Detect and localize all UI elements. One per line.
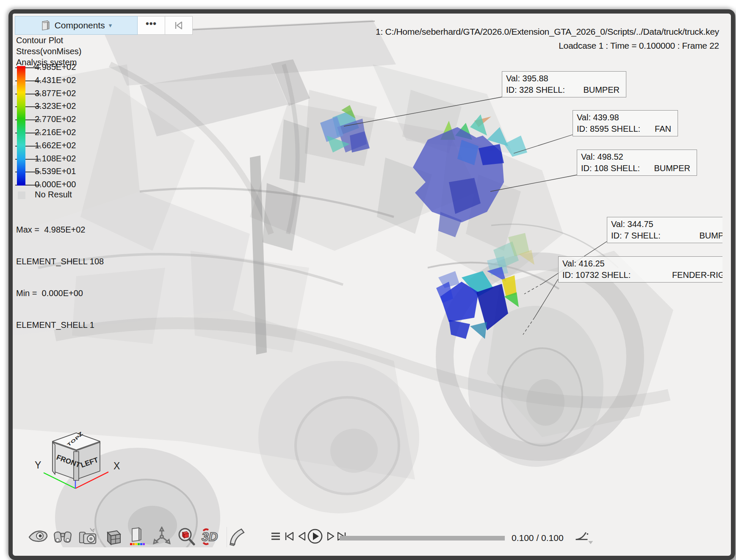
max-value: Max = 4.985E+02 xyxy=(16,225,104,235)
contour-subtitle: Stress(vonMises) xyxy=(16,46,81,57)
loadcase-info: Loadcase 1 : Time = 0.100000 : Frame 22 xyxy=(376,39,719,53)
probe-annotation-bumper-328[interactable]: Val: 395.88 ID: 328 SHELL:BUMPER xyxy=(502,71,626,97)
contour-panel-icon xyxy=(127,526,146,546)
toolbar-separator xyxy=(100,527,100,547)
dropdown-arrow-icon xyxy=(588,541,593,544)
3d-view-button[interactable]: 3D xyxy=(201,526,221,546)
top-toolbar: Components ▾ ••• xyxy=(15,16,193,35)
magnifier-red-cube-icon xyxy=(177,527,196,546)
camera-icon xyxy=(78,527,98,546)
go-first-frame-button[interactable] xyxy=(284,529,295,544)
probe-annotation-fender-10732[interactable]: Val: 416.25 ID: 10732 SHELL:FENDER-RIGHT xyxy=(558,256,722,283)
3d-letters-icon: 3D xyxy=(201,527,221,545)
probe-id: ID: 10732 SHELL: xyxy=(562,269,631,281)
axes-button[interactable] xyxy=(152,526,172,546)
legend-value: 3.877E+02 xyxy=(35,89,76,98)
probe-id: ID: 328 SHELL: xyxy=(506,84,565,96)
section-button[interactable] xyxy=(227,526,247,546)
probe-part: BUMPER xyxy=(570,84,622,96)
skip-to-start-icon xyxy=(284,531,294,541)
model-parts-button[interactable] xyxy=(103,526,123,546)
probe-id: ID: 108 SHELL: xyxy=(581,163,640,174)
more-options-button[interactable]: ••• xyxy=(138,16,165,35)
legend-value: 4.431E+02 xyxy=(35,75,76,85)
min-element: ELEMENT_SHELL 1 xyxy=(16,320,104,330)
model-header: 1: C:/Home/seberhard/GTA/2026.0/Extensio… xyxy=(376,25,719,53)
visibility-button[interactable] xyxy=(28,526,48,546)
legend-value: 0.000E+00 xyxy=(35,180,76,189)
probe-part: BUMPER xyxy=(686,230,722,241)
probe-part: FENDER-RIGHT xyxy=(659,269,722,281)
ellipsis-icon: ••• xyxy=(146,18,157,29)
contour-settings-button[interactable] xyxy=(126,526,147,546)
legend-value: 2.216E+02 xyxy=(35,128,76,137)
viewport-3d[interactable]: TOP Z FRONT LEFT Y X Components ▾ ••• xyxy=(13,14,722,547)
step-back-button[interactable] xyxy=(296,529,307,544)
step-back-icon xyxy=(298,531,306,541)
curved-beam-icon xyxy=(227,527,246,546)
angle-measure-icon xyxy=(574,528,595,546)
probe-value: Val: 416.25 xyxy=(562,258,722,269)
probe-value: Val: 498.52 xyxy=(581,151,693,163)
probe-part: FAN xyxy=(642,123,674,135)
axes-tripod-icon xyxy=(152,527,172,546)
collapse-panel-button[interactable] xyxy=(165,16,193,35)
skip-to-start-icon xyxy=(174,21,184,30)
probe-annotation-fan-8595[interactable]: Val: 439.98 ID: 8595 SHELL:FAN xyxy=(573,110,678,136)
time-display: 0.100 / 0.100 xyxy=(512,533,579,543)
app-window: TOP Z FRONT LEFT Y X Components ▾ ••• xyxy=(8,9,735,560)
legend-value: 1.662E+02 xyxy=(35,141,76,150)
legend-value: 1.108E+02 xyxy=(35,154,76,164)
probe-annotation-bumper-108[interactable]: Val: 498.52 ID: 108 SHELL:BUMPER xyxy=(577,150,697,176)
zoom-element-button[interactable] xyxy=(176,526,196,546)
probe-value: Val: 439.98 xyxy=(577,112,674,123)
probe-value: Val: 344.75 xyxy=(611,219,722,230)
legend-colorbar xyxy=(17,66,25,186)
model-path: 1: C:/Home/seberhard/GTA/2026.0/Extensio… xyxy=(376,25,719,39)
menu-icon xyxy=(271,532,281,541)
triad-x-label: X xyxy=(113,460,120,471)
cube-icon xyxy=(103,527,123,546)
components-dropdown[interactable]: Components ▾ xyxy=(15,16,138,35)
binoculars-icon xyxy=(53,528,72,545)
angle-measure-button[interactable] xyxy=(574,527,595,547)
chevron-down-icon: ▾ xyxy=(109,22,112,29)
probe-id: ID: 8595 SHELL: xyxy=(577,123,640,135)
max-element: ELEMENT_SHELL 108 xyxy=(16,256,104,267)
animation-timeline[interactable] xyxy=(340,536,505,541)
legend-value: 3.323E+02 xyxy=(35,101,76,111)
legend-value: 2.770E+02 xyxy=(35,114,76,124)
play-icon xyxy=(307,528,323,544)
no-result-label: No Result xyxy=(35,190,72,200)
contour-title: Contour Plot xyxy=(16,35,81,46)
play-button[interactable] xyxy=(307,529,324,544)
step-forward-button[interactable] xyxy=(325,529,336,544)
min-value: Min = 0.000E+00 xyxy=(16,288,104,299)
eye-icon xyxy=(28,528,48,545)
step-forward-icon xyxy=(326,531,335,541)
legend-value: 5.539E+01 xyxy=(35,166,76,176)
probe-part: BUMPER xyxy=(641,163,693,174)
result-stats: Max = 4.985E+02 ELEMENT_SHELL 108 Min = … xyxy=(16,203,104,352)
components-dropdown-label: Components xyxy=(55,20,105,30)
svg-text:3D: 3D xyxy=(202,530,218,543)
animation-menu-button[interactable] xyxy=(270,529,281,544)
probe-id: ID: 7 SHELL: xyxy=(611,230,661,241)
find-button[interactable] xyxy=(53,526,73,546)
legend-value: 4.985E+02 xyxy=(35,62,76,72)
probe-value: Val: 395.88 xyxy=(506,73,622,84)
snapshot-button[interactable] xyxy=(78,526,98,546)
no-result-swatch xyxy=(18,191,25,199)
probe-annotation-bumper-7[interactable]: Val: 344.75 ID: 7 SHELL:BUMPER xyxy=(607,217,722,243)
component-box-icon xyxy=(41,20,51,31)
triad-y-label: Y xyxy=(35,460,41,471)
